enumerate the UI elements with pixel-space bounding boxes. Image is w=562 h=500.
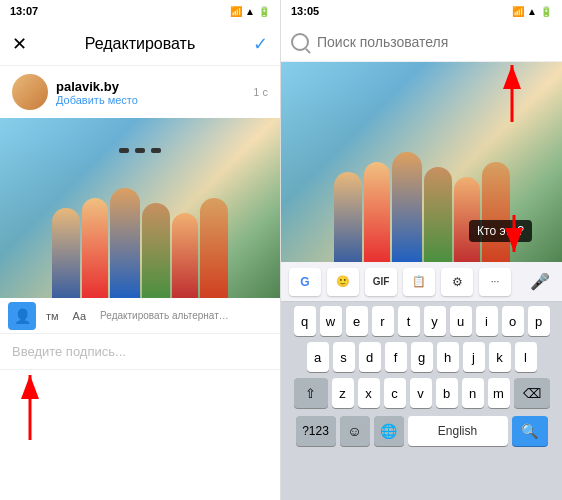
close-button[interactable]: ✕ [12, 33, 27, 55]
mic-button[interactable]: 🎤 [526, 268, 554, 296]
key-n[interactable]: n [462, 378, 484, 408]
keyboard-row-3: ⇧ z x c v b n m ⌫ [283, 378, 560, 408]
caption-placeholder: Введите подпись... [12, 344, 126, 359]
more-btn[interactable]: ··· [479, 268, 511, 296]
signal-icon: 📶 [230, 6, 242, 17]
right-search-bar [281, 22, 562, 62]
key-l[interactable]: l [515, 342, 537, 372]
shift-icon: ⇧ [305, 386, 316, 401]
search-input[interactable] [317, 34, 552, 50]
left-toolbar: 👤 тм Aa Редактировать альтернативный тек… [0, 298, 280, 334]
search-icon [291, 33, 309, 51]
search-key[interactable]: 🔍 [512, 416, 548, 446]
keyboard-row-1: q w e r t y u i o p [283, 306, 560, 336]
key-y[interactable]: y [424, 306, 446, 336]
gif-btn[interactable]: GIF [365, 268, 397, 296]
key-v[interactable]: v [410, 378, 432, 408]
key-w[interactable]: w [320, 306, 342, 336]
keyboard: G 🙂 GIF 📋 ⚙ ··· 🎤 q [281, 262, 562, 500]
key-j[interactable]: j [463, 342, 485, 372]
key-m[interactable]: m [488, 378, 510, 408]
key-i[interactable]: i [476, 306, 498, 336]
keyboard-toolbar: G 🙂 GIF 📋 ⚙ ··· 🎤 [281, 262, 562, 302]
key-t[interactable]: t [398, 306, 420, 336]
key-g[interactable]: g [411, 342, 433, 372]
key-a[interactable]: a [307, 342, 329, 372]
key-b[interactable]: b [436, 378, 458, 408]
left-caption-area[interactable]: Введите подпись... [0, 334, 280, 370]
add-place-link[interactable]: Добавить место [56, 94, 138, 106]
key-s[interactable]: s [333, 342, 355, 372]
backspace-key[interactable]: ⌫ [514, 378, 550, 408]
alt-text-label: Редактировать альтернативный текст [96, 308, 236, 323]
left-panel: 13:07 📶 ▲ 🔋 ✕ Редактировать ✓ palavik.by… [0, 0, 281, 500]
globe-icon: 🌐 [380, 423, 397, 439]
right-arrow-down [494, 210, 534, 260]
mic-icon: 🎤 [530, 272, 550, 291]
key-u[interactable]: u [450, 306, 472, 336]
key-o[interactable]: o [502, 306, 524, 336]
left-user-row: palavik.by Добавить место 1 с [0, 66, 280, 118]
left-photo [0, 118, 280, 298]
key-k[interactable]: k [489, 342, 511, 372]
battery-icon: 🔋 [258, 6, 270, 17]
sticker-btn[interactable]: 🙂 [327, 268, 359, 296]
person-icon: 👤 [14, 308, 31, 324]
left-status-bar: 13:07 📶 ▲ 🔋 [0, 0, 280, 22]
right-signal-icon: 📶 [512, 6, 524, 17]
username: palavik.by [56, 79, 138, 94]
left-arrow-annotation [5, 365, 65, 445]
key-c[interactable]: c [384, 378, 406, 408]
left-header: ✕ Редактировать ✓ [0, 22, 280, 66]
trademark-button[interactable]: тм [42, 308, 63, 324]
key-f[interactable]: f [385, 342, 407, 372]
right-status-bar: 13:05 📶 ▲ 🔋 [281, 0, 562, 22]
number-key[interactable]: ?123 [296, 416, 336, 446]
emoji-key[interactable]: ☺ [340, 416, 370, 446]
backspace-icon: ⌫ [523, 386, 541, 401]
right-panel: 13:05 📶 ▲ 🔋 Кто это? [281, 0, 562, 500]
search-key-icon: 🔍 [521, 423, 538, 439]
post-time: 1 с [253, 86, 268, 98]
shift-key[interactable]: ⇧ [294, 378, 328, 408]
right-photo: Кто это? [281, 62, 562, 262]
avatar [12, 74, 48, 110]
key-x[interactable]: x [358, 378, 380, 408]
key-q[interactable]: q [294, 306, 316, 336]
key-r[interactable]: r [372, 306, 394, 336]
user-info: palavik.by Добавить место [56, 79, 138, 106]
confirm-button[interactable]: ✓ [253, 33, 268, 55]
globe-key[interactable]: 🌐 [374, 416, 404, 446]
key-e[interactable]: e [346, 306, 368, 336]
keyboard-row-2: a s d f g h j k l [283, 342, 560, 372]
key-d[interactable]: d [359, 342, 381, 372]
clipboard-btn[interactable]: 📋 [403, 268, 435, 296]
right-battery-icon: 🔋 [540, 6, 552, 17]
right-wifi-icon: ▲ [527, 6, 537, 17]
keyboard-bottom-row: ?123 ☺ 🌐 English 🔍 [281, 412, 562, 450]
right-time: 13:05 [291, 5, 319, 17]
person-tag-button[interactable]: 👤 [8, 302, 36, 330]
gear-icon: ⚙ [452, 275, 463, 289]
google-btn[interactable]: G [289, 268, 321, 296]
keyboard-rows: q w e r t y u i o p a s d f g h j k [281, 302, 562, 412]
right-status-icons-group: 📶 ▲ 🔋 [512, 6, 552, 17]
left-status-icons: 📶 ▲ 🔋 [230, 6, 270, 17]
settings-btn[interactable]: ⚙ [441, 268, 473, 296]
left-time: 13:07 [10, 5, 38, 17]
key-h[interactable]: h [437, 342, 459, 372]
space-key[interactable]: English [408, 416, 508, 446]
text-style-button[interactable]: Aa [69, 308, 90, 324]
key-z[interactable]: z [332, 378, 354, 408]
key-p[interactable]: p [528, 306, 550, 336]
right-arrow-top [492, 62, 532, 127]
wifi-icon: ▲ [245, 6, 255, 17]
edit-title: Редактировать [85, 35, 196, 53]
